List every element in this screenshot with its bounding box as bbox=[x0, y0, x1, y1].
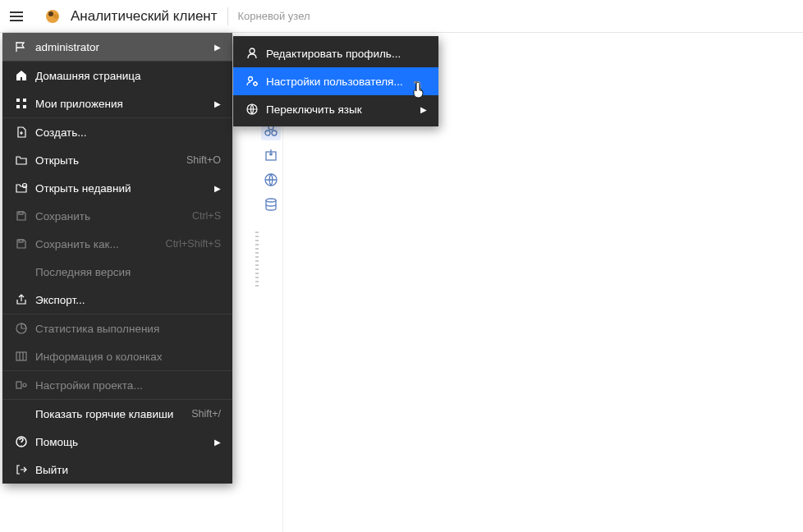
submenu-item-switch-language[interactable]: Переключить язык ▶ bbox=[233, 95, 438, 123]
svg-rect-6 bbox=[23, 105, 26, 108]
chevron-right-icon: ▶ bbox=[214, 43, 221, 52]
svg-rect-11 bbox=[16, 352, 26, 360]
menu-item-project-settings: Настройки проекта... bbox=[2, 371, 232, 399]
vertical-toolbar bbox=[259, 121, 282, 214]
menu-save-shortcut: Ctrl+S bbox=[192, 210, 221, 222]
hamburger-menu-button[interactable] bbox=[7, 7, 26, 26]
svg-rect-12 bbox=[16, 382, 21, 388]
menu-item-apps[interactable]: Мои приложения ▶ bbox=[2, 89, 232, 117]
toolbar-database-button[interactable] bbox=[261, 195, 281, 214]
menu-user-label: administrator bbox=[35, 41, 209, 53]
folder-recent-icon bbox=[14, 181, 29, 195]
menu-export-label: Экспорт... bbox=[35, 294, 221, 306]
main-menu-panel: administrator ▶ Домашняя страница Мои пр… bbox=[2, 33, 232, 484]
user-submenu-panel: Редактировать профиль... Настройки польз… bbox=[233, 36, 438, 126]
menu-item-export[interactable]: Экспорт... bbox=[2, 286, 232, 314]
chevron-right-icon: ▶ bbox=[214, 438, 221, 447]
chevron-right-icon: ▶ bbox=[214, 184, 221, 193]
toolbar-web-button[interactable] bbox=[261, 170, 281, 190]
menu-help-label: Помощь bbox=[35, 436, 209, 448]
save-as-icon bbox=[14, 236, 29, 251]
submenu-item-edit-profile[interactable]: Редактировать профиль... bbox=[233, 39, 438, 67]
menu-exit-label: Выйти bbox=[35, 464, 221, 476]
menu-item-col-info: Информация о колонках bbox=[2, 342, 232, 370]
export-icon bbox=[14, 292, 29, 307]
menu-item-exit[interactable]: Выйти bbox=[2, 456, 232, 484]
menu-item-save: Сохранить Ctrl+S bbox=[2, 202, 232, 230]
exit-icon bbox=[14, 462, 29, 477]
svg-point-16 bbox=[249, 77, 253, 81]
header-divider bbox=[227, 7, 228, 25]
app-title: Аналитический клиент bbox=[71, 8, 218, 25]
columns-icon bbox=[14, 349, 29, 364]
svg-rect-8 bbox=[19, 212, 23, 214]
svg-rect-4 bbox=[23, 99, 26, 102]
menu-item-home[interactable]: Домашняя страница bbox=[2, 62, 232, 89]
menu-item-hotkeys[interactable]: Показать горячие клавиши Shift+/ bbox=[2, 400, 232, 428]
menu-item-help[interactable]: Помощь ▶ bbox=[2, 428, 232, 456]
submenu-switch-lang-label: Переключить язык bbox=[266, 103, 415, 116]
menu-item-save-as: Сохранить как... Ctrl+Shift+S bbox=[2, 230, 232, 258]
user-settings-icon bbox=[245, 74, 259, 89]
apps-grid-icon bbox=[14, 96, 29, 111]
menu-save-label: Сохранить bbox=[35, 210, 186, 222]
help-icon bbox=[14, 434, 29, 449]
svg-point-20 bbox=[265, 131, 270, 135]
svg-point-2 bbox=[53, 14, 58, 19]
stats-icon bbox=[14, 321, 29, 336]
content-area bbox=[282, 121, 803, 532]
menu-open-shortcut: Shift+O bbox=[186, 154, 221, 166]
chevron-right-icon: ▶ bbox=[214, 99, 221, 108]
profile-icon bbox=[245, 46, 259, 61]
menu-col-info-label: Информация о колонках bbox=[35, 351, 221, 363]
svg-rect-5 bbox=[16, 105, 20, 108]
app-logo-icon bbox=[41, 5, 64, 28]
menu-save-as-label: Сохранить как... bbox=[35, 238, 159, 250]
settings-icon bbox=[14, 378, 29, 392]
menu-open-label: Открыть bbox=[35, 154, 180, 167]
menu-item-exec-stats: Статистика выполнения bbox=[2, 314, 232, 342]
menu-item-open[interactable]: Открыть Shift+O bbox=[2, 146, 232, 174]
menu-exec-stats-label: Статистика выполнения bbox=[35, 323, 221, 335]
chevron-right-icon: ▶ bbox=[420, 105, 427, 114]
svg-point-21 bbox=[272, 131, 277, 135]
menu-home-label: Домашняя страница bbox=[35, 70, 221, 82]
menu-open-recent-label: Открыть недавний bbox=[35, 182, 209, 195]
svg-rect-3 bbox=[16, 99, 20, 102]
menu-apps-label: Мои приложения bbox=[35, 98, 209, 110]
new-file-icon bbox=[14, 125, 29, 140]
svg-point-7 bbox=[23, 184, 27, 188]
svg-point-17 bbox=[254, 82, 257, 85]
home-icon bbox=[14, 68, 29, 83]
submenu-item-user-settings[interactable]: Настройки пользователя... bbox=[233, 67, 438, 95]
menu-last-version-label: Последняя версия bbox=[35, 266, 221, 278]
menu-item-last-version: Последняя версия bbox=[2, 258, 232, 286]
menu-item-create[interactable]: Создать... bbox=[2, 118, 232, 146]
globe-icon bbox=[245, 102, 259, 117]
menu-item-user[interactable]: administrator ▶ bbox=[2, 33, 232, 61]
menu-hotkeys-shortcut: Shift+/ bbox=[191, 408, 221, 420]
svg-point-13 bbox=[23, 383, 26, 387]
menu-item-open-recent[interactable]: Открыть недавний ▶ bbox=[2, 174, 232, 202]
save-icon bbox=[14, 209, 29, 223]
svg-point-1 bbox=[48, 11, 53, 16]
menu-save-as-shortcut: Ctrl+Shift+S bbox=[166, 238, 221, 250]
submenu-edit-profile-label: Редактировать профиль... bbox=[266, 48, 427, 60]
svg-point-24 bbox=[266, 199, 276, 202]
menu-create-label: Создать... bbox=[35, 126, 221, 139]
menu-hotkeys-label: Показать горячие клавиши bbox=[35, 408, 185, 420]
menu-project-settings-label: Настройки проекта... bbox=[35, 379, 221, 392]
folder-open-icon bbox=[14, 153, 29, 167]
svg-point-15 bbox=[250, 48, 255, 53]
header-bar: Аналитический клиент Корневой узел bbox=[0, 0, 803, 33]
user-flag-icon bbox=[14, 39, 29, 54]
breadcrumb[interactable]: Корневой узел bbox=[238, 10, 310, 22]
submenu-user-settings-label: Настройки пользователя... bbox=[266, 76, 427, 88]
svg-rect-9 bbox=[19, 240, 23, 242]
toolbar-import-button[interactable] bbox=[261, 145, 281, 165]
